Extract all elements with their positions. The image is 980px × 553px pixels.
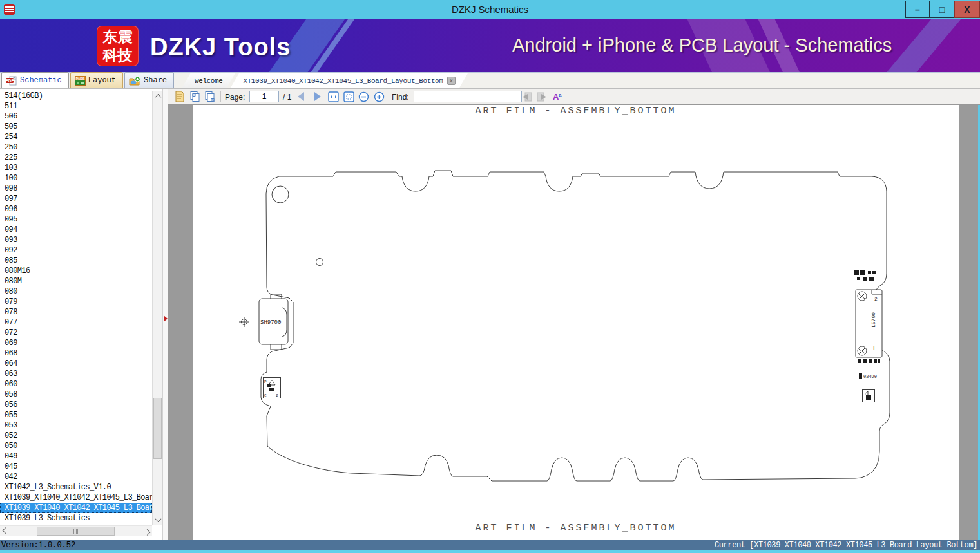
list-item[interactable]: 085 [0,256,152,266]
doc-tab-welcome-label: Welcome [195,77,222,85]
list-item[interactable]: 078 [0,307,152,317]
list-item[interactable]: 506 [0,111,152,122]
next-page-button[interactable] [311,90,324,103]
fit-page-button[interactable] [342,90,355,103]
content-area: 514(16GB)5115065052542502251031000980970… [0,89,980,540]
list-item[interactable]: 053 [0,420,152,431]
list-item[interactable]: 080 [0,286,152,297]
svg-text:P: P [264,380,267,384]
page-number-input[interactable] [249,91,279,102]
list-item[interactable]: 042 [0,472,152,482]
zoom-in-icon [374,91,385,102]
copy-page-button[interactable] [189,90,202,103]
list-item[interactable]: 069 [0,338,152,348]
board-outline [261,171,890,481]
scroll-down-button[interactable] [153,514,163,525]
app-window: DZKJ Schematics – □ X 东震 科技 DZKJ Tools A… [0,0,980,553]
list-item[interactable]: 093 [0,235,152,245]
tab-layout[interactable]: PADS Layout [70,72,123,88]
list-item[interactable]: 094 [0,225,152,235]
sidebar-horizontal-scrollbar[interactable] [0,525,152,536]
list-item[interactable]: 064 [0,359,152,369]
list-item[interactable]: 050 [0,441,152,451]
list-item[interactable]: 511 [0,101,152,111]
list-item[interactable]: 052 [0,431,152,441]
list-item[interactable]: 080M [0,276,152,286]
sidebar-vertical-scrollbar[interactable] [152,91,162,525]
list-item[interactable]: 055 [0,410,152,420]
find-label: Find: [392,93,409,102]
find-previous-button[interactable] [520,90,533,103]
svg-text:SH9700: SH9700 [260,319,281,326]
list-item[interactable]: 060 [0,379,152,389]
close-button[interactable]: X [954,1,980,18]
minimize-button[interactable]: – [905,1,930,18]
zoom-in-button[interactable] [372,90,385,103]
list-item[interactable]: 063 [0,369,152,379]
tab-share-label: Share [144,76,167,85]
product-name: DZKJ Tools [150,33,291,61]
doc-tab-welcome[interactable]: Welcome [182,73,235,88]
horizontal-scroll-thumb[interactable] [37,527,115,536]
list-item[interactable]: 225 [0,153,152,163]
list-item[interactable]: 103 [0,163,152,173]
scroll-up-button[interactable] [153,91,163,101]
pdf-icon: PDF [6,76,17,86]
tab-share[interactable]: Share [124,72,174,88]
find-next-button[interactable] [535,90,548,103]
list-item[interactable]: 079 [0,297,152,307]
list-item[interactable]: 080M16 [0,266,152,276]
list-item[interactable]: 092 [0,245,152,256]
list-item[interactable]: 077 [0,317,152,328]
sidebar-list: 514(16GB)5115065052542502251031000980970… [0,89,152,525]
svg-text:2: 2 [874,296,878,302]
sidebar-splitter[interactable] [162,89,168,540]
list-item[interactable]: XT1039_XT1040_XT1042_XT1045_L3_Board_L [0,503,152,513]
list-item[interactable]: 250 [0,142,152,153]
list-item[interactable]: 514(16GB) [0,91,152,101]
list-item[interactable]: 100 [0,173,152,183]
snapshot-button[interactable] [204,90,216,103]
header-banner: 东震 科技 DZKJ Tools Android + iPhone & PCB … [0,19,980,73]
list-item[interactable]: XT1039_XT1040_XT1042_XT1045_L3_Board_L [0,492,152,503]
list-item[interactable]: 072 [0,328,152,338]
scroll-left-button[interactable] [0,526,10,536]
previous-page-button[interactable] [294,90,307,103]
find-input[interactable] [414,91,522,102]
list-item[interactable]: 505 [0,122,152,132]
list-item[interactable]: 098 [0,183,152,194]
fit-width-button[interactable] [327,90,340,103]
logo-text-bottom: 科技 [97,46,139,65]
match-case-button[interactable]: A a [551,90,564,103]
list-item[interactable]: XT1039_L3_Schematics [0,513,152,523]
component-sh9700: SH9700 [259,294,288,350]
list-item[interactable]: 056 [0,400,152,410]
tab-schematic[interactable]: PDF Schematic [1,72,69,88]
list-item[interactable]: 096 [0,204,152,214]
list-item[interactable]: 045 [0,462,152,472]
banner-tagline: Android + iPhone & PCB Layout - Schemati… [512,35,892,56]
tab-schematic-label: Schematic [20,76,62,85]
chevron-up-icon [155,93,161,100]
toolbar-separator [220,91,221,102]
doc-tab-board-layout[interactable]: XT1039_XT1040_XT1042_XT1045_L3_Board_Lay… [230,73,468,88]
list-item[interactable]: 095 [0,214,152,225]
list-item[interactable]: 058 [0,389,152,400]
list-item[interactable]: 097 [0,194,152,204]
vertical-scroll-thumb[interactable] [153,398,162,459]
window-controls: – □ X [905,0,980,19]
zoom-out-button[interactable] [357,90,370,103]
export-page-button[interactable] [173,90,186,103]
list-item[interactable]: 254 [0,132,152,142]
list-item[interactable]: 068 [0,348,152,359]
list-item[interactable]: 049 [0,451,152,462]
doc-tab-close-icon[interactable]: x [447,77,456,85]
list-item[interactable]: XT1042_L3_Schematics_V1.0 [0,482,152,492]
svg-text:02490: 02490 [863,374,877,379]
fit-width-icon [328,91,339,102]
pdf-viewer[interactable]: ART FILM - ASSEMBLY_BOTTOM ART FILM - AS… [168,105,980,540]
maximize-button[interactable]: □ [930,1,954,18]
small-hole [316,259,323,266]
scroll-right-button[interactable] [142,526,152,536]
splitter-collapse-icon[interactable] [164,315,168,322]
